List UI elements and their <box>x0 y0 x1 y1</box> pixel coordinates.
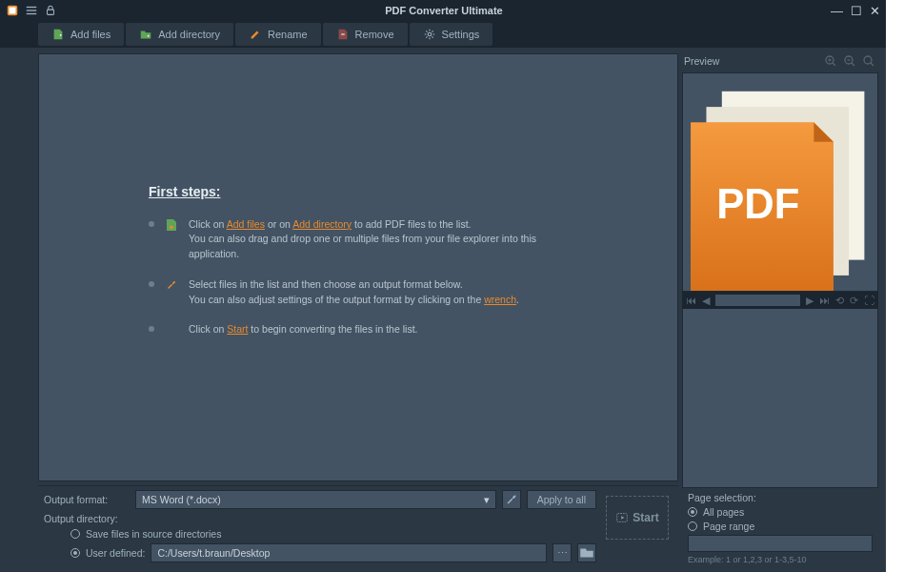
wrench-icon <box>164 277 179 293</box>
window-title: PDF Converter Ultimate <box>57 5 831 16</box>
user-defined-path-input[interactable] <box>151 543 547 562</box>
menu-icon[interactable] <box>25 4 38 17</box>
svg-line-14 <box>852 63 854 66</box>
page-range-input[interactable] <box>688 535 873 552</box>
app-window: PDF Converter Ultimate — ☐ ✕ Add files A… <box>0 0 886 572</box>
first-steps: First steps: Click on Add files or on Ad… <box>149 182 568 354</box>
format-settings-button[interactable] <box>502 490 521 509</box>
svg-text:PDF: PDF <box>716 181 799 227</box>
user-defined-radio[interactable] <box>70 548 80 558</box>
remove-button[interactable]: Remove <box>323 23 408 46</box>
svg-point-16 <box>864 56 872 64</box>
start-button[interactable]: Start <box>606 496 669 540</box>
gear-icon <box>423 28 436 41</box>
add-files-button[interactable]: Add files <box>38 23 124 46</box>
add-directory-button[interactable]: Add directory <box>126 23 233 46</box>
bullet-icon <box>149 326 154 332</box>
open-folder-button[interactable] <box>577 543 596 562</box>
page-selection-heading: Page selection: <box>688 492 873 503</box>
preview-label: Preview <box>684 55 719 67</box>
page-range-label: Page range <box>703 521 754 532</box>
add-file-icon <box>51 28 65 41</box>
file-list-panel[interactable]: First steps: Click on Add files or on Ad… <box>38 53 678 481</box>
save-source-label: Save files in source directories <box>86 528 221 540</box>
minimize-button[interactable]: — <box>831 4 843 18</box>
save-source-radio[interactable] <box>70 529 80 539</box>
all-pages-radio[interactable] <box>688 507 697 517</box>
bottom-bar: Output format: MS Word (*.docx) ▾ Apply … <box>38 485 678 566</box>
pencil-icon <box>249 28 262 41</box>
page-slider[interactable] <box>715 295 800 306</box>
svg-line-17 <box>871 63 874 66</box>
toolbar: Add files Add directory Rename Remove Se… <box>0 21 886 48</box>
zoom-out-icon[interactable] <box>842 53 857 69</box>
rotate-left-icon[interactable]: ⟲ <box>835 295 844 307</box>
preview-empty <box>682 309 878 488</box>
prev-page-icon[interactable]: ◀ <box>702 295 710 307</box>
output-format-select[interactable]: MS Word (*.docx) ▾ <box>135 490 496 509</box>
titlebar: PDF Converter Ultimate — ☐ ✕ <box>0 0 886 21</box>
output-format-label: Output format: <box>44 494 130 505</box>
chevron-down-icon: ▾ <box>484 494 490 505</box>
page-range-radio[interactable] <box>688 521 697 531</box>
app-icon <box>6 4 19 17</box>
zoom-in-icon[interactable] <box>823 53 838 69</box>
start-link[interactable]: Start <box>227 323 248 335</box>
svg-point-7 <box>428 32 432 36</box>
settings-button[interactable]: Settings <box>410 23 493 46</box>
browse-more-button[interactable]: ⋯ <box>552 543 572 562</box>
last-page-icon[interactable]: ⏭ <box>819 295 830 307</box>
close-button[interactable]: ✕ <box>870 4 880 18</box>
add-folder-icon <box>139 28 152 41</box>
preview-image: PDF <box>682 72 878 292</box>
user-defined-label: User defined: <box>86 547 145 559</box>
page-range-example: Example: 1 or 1,2,3 or 1-3,5-10 <box>688 555 873 564</box>
maximize-button[interactable]: ☐ <box>851 4 862 18</box>
svg-line-10 <box>833 63 835 66</box>
page-selection: Page selection: All pages Page range Exa… <box>682 488 878 566</box>
remove-icon <box>336 28 350 41</box>
add-files-link[interactable]: Add files <box>227 218 265 230</box>
bullet-icon <box>149 281 154 287</box>
next-page-icon[interactable]: ▶ <box>806 295 814 307</box>
output-directory-label: Output directory: <box>44 513 130 524</box>
rotate-right-icon[interactable]: ⟳ <box>850 295 858 307</box>
lock-icon[interactable] <box>44 4 57 17</box>
bullet-icon <box>149 221 154 227</box>
apply-to-all-button[interactable]: Apply to all <box>527 490 596 509</box>
zoom-fit-icon[interactable] <box>861 53 876 69</box>
rename-button[interactable]: Rename <box>235 23 321 46</box>
svg-rect-1 <box>10 8 16 14</box>
expand-icon[interactable]: ⛶ <box>864 295 874 307</box>
all-pages-label: All pages <box>703 506 744 518</box>
svg-rect-5 <box>48 10 54 14</box>
wrench-link[interactable]: wrench <box>484 294 516 305</box>
preview-nav: ⏮ ◀ ▶ ⏭ ⟲ ⟳ ⛶ <box>682 292 878 309</box>
first-steps-heading: First steps: <box>149 182 568 202</box>
preview-panel: Preview PDF <box>682 53 878 566</box>
add-directory-link[interactable]: Add directory <box>292 218 352 230</box>
play-icon <box>615 511 629 524</box>
add-file-icon <box>164 217 179 233</box>
first-page-icon[interactable]: ⏮ <box>686 295 696 307</box>
